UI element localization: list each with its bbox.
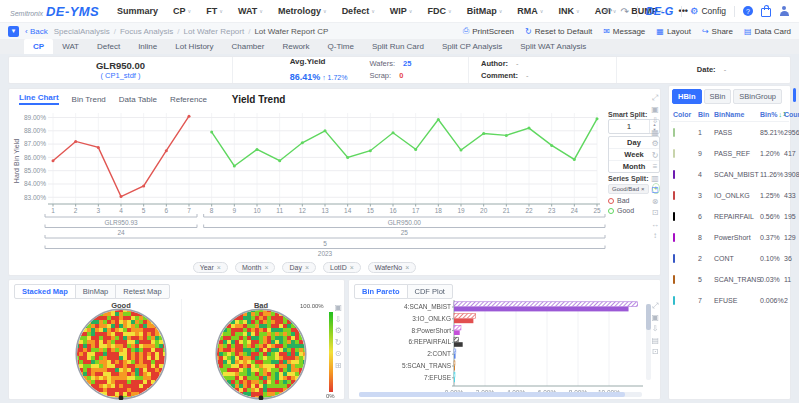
expand-icon[interactable]: ⤢: [652, 300, 658, 312]
bag-icon[interactable]: [761, 8, 771, 17]
nav-item-cp[interactable]: CP∨: [173, 6, 191, 16]
target-icon[interactable]: ⊙: [335, 348, 342, 360]
breadcrumb-segment[interactable]: Lot Wafer Report CP: [254, 27, 328, 36]
settings-icon[interactable]: ⚙: [335, 325, 342, 337]
redo-icon[interactable]: ↷: [620, 6, 628, 17]
bin-table-row[interactable]: 3IO_ONLKG1.25%433: [671, 185, 789, 206]
wafer-map-good[interactable]: [75, 308, 167, 400]
crop-icon[interactable]: ⊡: [652, 346, 659, 358]
remove-tag-icon[interactable]: ×: [217, 264, 221, 271]
map-tab-binmap[interactable]: BinMap: [75, 284, 116, 299]
close-circle-icon[interactable]: ⊗: [652, 196, 659, 208]
remove-tag-icon[interactable]: ×: [350, 264, 354, 271]
nav-item-wip[interactable]: WIP∨: [390, 6, 413, 16]
bin-tab-sbin[interactable]: SBin: [704, 89, 732, 104]
remove-tag-icon[interactable]: ×: [305, 264, 309, 271]
bin-table-row[interactable]: 5SCAN_TRANS0.03%11: [671, 269, 789, 290]
column-header-color[interactable]: Color: [673, 111, 698, 118]
undo-icon[interactable]: ↶: [604, 6, 612, 17]
nav-item-metrology[interactable]: Metrology∨: [278, 6, 327, 16]
column-header-binname[interactable]: BinName: [714, 111, 760, 118]
pareto-tab-bin-pareto[interactable]: Bin Pareto: [354, 284, 408, 299]
scrollbar-thumb[interactable]: [359, 392, 625, 397]
panel-collapse-handle[interactable]: [793, 88, 796, 102]
pareto-horizontal-scrollbar[interactable]: [359, 392, 642, 397]
printscreen-button[interactable]: ⎙PrintScreen: [463, 26, 514, 36]
module-tab-chamber[interactable]: Chamber: [223, 39, 274, 54]
bin-table-row[interactable]: 9PASS_REF1.20%417: [671, 143, 789, 164]
bin-table-row[interactable]: 2CONT0.10%36: [671, 248, 789, 269]
remove-tag-icon[interactable]: ×: [641, 186, 645, 192]
lot-program-link[interactable]: ( CP1_stdf ): [100, 71, 140, 80]
remove-tag-icon[interactable]: ×: [405, 264, 409, 271]
module-tab-rework[interactable]: Rework: [273, 39, 318, 54]
refresh-icon[interactable]: ↻: [652, 150, 659, 162]
nav-item-summary[interactable]: Summary: [117, 6, 158, 16]
crop-icon[interactable]: ⊡: [652, 207, 659, 219]
bin-table-row[interactable]: 7EFUSE0.006%2: [671, 290, 789, 311]
column-header-bin[interactable]: Bin: [698, 111, 714, 118]
filter-icon[interactable]: ▼: [8, 26, 19, 37]
wafers-value[interactable]: 25: [403, 58, 411, 70]
download-icon[interactable]: ⇩: [652, 323, 659, 335]
module-tab-defect[interactable]: Defect: [88, 39, 129, 54]
module-tab-inline[interactable]: Inline: [129, 39, 166, 54]
yield-trend-chart[interactable]: 89.00%88.00%87.00%86.00%85.00%84.00%83.0…: [11, 109, 607, 261]
help-icon[interactable]: ?: [743, 6, 753, 16]
share-button[interactable]: ↪Share: [702, 27, 733, 36]
map-tab-stacked-map[interactable]: Stacked Map: [14, 284, 76, 299]
scrollbar-thumb[interactable]: [646, 304, 651, 330]
module-tab-wat[interactable]: WAT: [53, 39, 88, 54]
image-icon[interactable]: ▦: [651, 127, 659, 139]
filter-tag-lotid[interactable]: LotID×: [323, 262, 361, 273]
swap-horizontal-icon[interactable]: ↔: [651, 219, 659, 231]
download-icon[interactable]: ⇩: [652, 115, 659, 127]
pareto-tab-cdf-plot[interactable]: CDF Plot: [407, 284, 453, 299]
columns-icon[interactable]: ▥: [651, 173, 659, 185]
breadcrumb-segment[interactable]: Focus Analysis: [120, 27, 173, 36]
nav-item-bitmap[interactable]: BitMap∨: [467, 6, 503, 16]
copy-icon[interactable]: ▣: [651, 104, 659, 116]
deg-logo[interactable]: DE-G: [646, 5, 674, 17]
breadcrumb-segment[interactable]: SpecialAnalysis: [54, 27, 110, 36]
trend-tab-line-chart[interactable]: Line Chart: [19, 93, 59, 105]
module-tab-q-time[interactable]: Q-Time: [319, 39, 363, 54]
series-split-tag[interactable]: Good/Bad×: [608, 184, 649, 194]
filter-tag-month[interactable]: Month×: [235, 262, 276, 273]
copy-icon[interactable]: ▣: [334, 302, 342, 314]
copy-icon[interactable]: ▣: [651, 312, 659, 324]
bin-table-row[interactable]: 4SCAN_MBIST11.26%3908: [671, 164, 789, 185]
scrap-value[interactable]: 0: [399, 70, 403, 82]
sort-descending-icon[interactable]: ↓: [779, 111, 783, 118]
nav-item-ft[interactable]: FT∨: [206, 6, 223, 16]
nav-item-rma[interactable]: RMA∨: [517, 6, 543, 16]
reset-to-default-button[interactable]: ↻Reset to Default: [525, 27, 592, 36]
remove-tag-icon[interactable]: ×: [264, 264, 268, 271]
breadcrumb-segment[interactable]: Lot Wafer Report: [184, 27, 245, 36]
bin-table-row[interactable]: 8PowerShort0.37%129: [671, 227, 789, 248]
module-tab-cp[interactable]: CP: [24, 39, 53, 54]
filter-tag-day[interactable]: Day×: [282, 262, 316, 273]
module-tab-split-wat-analysis[interactable]: Split WAT Analysis: [511, 39, 595, 54]
expand-icon[interactable]: ⤢: [652, 92, 658, 104]
module-tab-lot-history[interactable]: Lot History: [166, 39, 222, 54]
wafer-map-bad[interactable]: [215, 308, 307, 400]
user-avatar-icon[interactable]: [779, 6, 789, 16]
bin-tab-hbin[interactable]: HBin: [672, 89, 702, 104]
bin-table-row[interactable]: 6REPAIRFAIL0.56%195: [671, 206, 789, 227]
pareto-vertical-scrollbar[interactable]: [646, 304, 651, 380]
filter-tag-waferno[interactable]: WaferNo×: [368, 262, 416, 273]
nav-item-wat[interactable]: WAT∨: [238, 6, 263, 16]
column-header-count[interactable]: Count: [784, 111, 799, 118]
trend-tab-reference[interactable]: Reference: [170, 95, 207, 104]
table-icon[interactable]: ▤: [651, 335, 659, 347]
download-icon[interactable]: ⇩: [335, 314, 342, 326]
message-button[interactable]: ✉Message: [603, 27, 645, 36]
trend-tab-bin-trend[interactable]: Bin Trend: [72, 95, 106, 104]
brand-logo[interactable]: Semitronix DE-YMS: [10, 4, 99, 19]
bin-tab-sbingroup[interactable]: SBinGroup: [733, 89, 782, 104]
refresh-icon[interactable]: ↻: [335, 337, 342, 349]
bin-table-row[interactable]: 1PASS85.21%29568: [671, 122, 789, 143]
bin-pareto-chart[interactable]: 0.00%2.00%4.00%6.00%8.00%10.00%4:SCAN_MB…: [351, 298, 647, 398]
rows-icon[interactable]: ≡: [653, 161, 658, 173]
